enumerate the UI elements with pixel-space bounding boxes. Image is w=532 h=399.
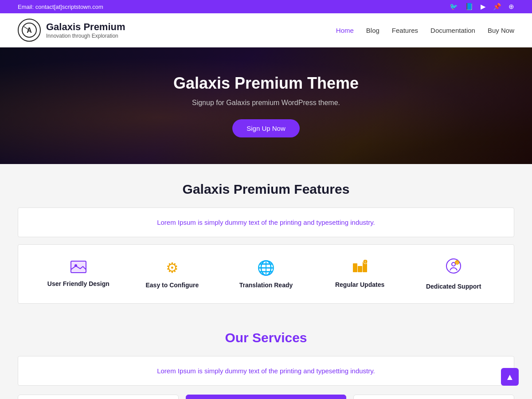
nav-documentation[interactable]: Documentation: [430, 27, 475, 34]
feature-support: ☺ Dedicated Support: [407, 258, 501, 290]
nav-buy-now[interactable]: Buy Now: [488, 27, 514, 34]
service-card-performance: Website Performance Optimization Lorem i…: [18, 395, 179, 399]
feature-translation-label: Translation Ready: [239, 282, 293, 289]
nav-blog[interactable]: Blog: [366, 27, 379, 34]
wordpress-icon[interactable]: ⊕: [509, 3, 514, 11]
svg-text:A: A: [27, 27, 32, 34]
features-description: Lorem Ipsum is simply dummy text of the …: [18, 207, 514, 237]
globe-icon: 🌐: [257, 259, 275, 276]
svg-rect-5: [353, 263, 357, 272]
logo-text: Galaxis Premium Innovation through Explo…: [46, 21, 125, 39]
social-icons: 🐦 📘 ▶ 📌 ⊕: [450, 3, 514, 11]
hero-section: Galaxis Premium Theme Signup for Galaxis…: [0, 47, 532, 164]
pinterest-icon[interactable]: 📌: [493, 3, 501, 11]
youtube-icon[interactable]: ▶: [481, 3, 486, 11]
features-grid: User Friendly Design ⚙ Easy to Configure…: [18, 244, 514, 304]
features-title: Galaxis Premium Features: [18, 182, 514, 197]
signup-button[interactable]: Sign Up Now: [232, 119, 300, 137]
svg-text:!: !: [364, 260, 365, 263]
support-icon: ☺: [446, 258, 462, 278]
hero-subtitle: Signup for Galaxis premium WordPress the…: [192, 99, 340, 107]
scroll-to-top-button[interactable]: ▲: [501, 368, 519, 386]
twitter-icon[interactable]: 🐦: [450, 3, 458, 11]
logo-area: A Galaxis Premium Innovation through Exp…: [18, 19, 125, 42]
logo-icon: A: [18, 19, 41, 42]
gear-icon: ⚙: [166, 259, 179, 276]
facebook-icon[interactable]: 📘: [465, 3, 473, 11]
feature-user-friendly-label: User Friendly Design: [47, 280, 110, 287]
hero-title: Galaxis Premium Theme: [173, 74, 359, 93]
service-card-wordpress: W WordPress Development Phasellus ultric…: [186, 395, 347, 399]
site-header: A Galaxis Premium Innovation through Exp…: [0, 13, 532, 47]
feature-translation: 🌐 Translation Ready: [219, 259, 313, 289]
services-cards: Website Performance Optimization Lorem i…: [18, 395, 514, 399]
main-nav: Home Blog Features Documentation Buy Now: [336, 27, 514, 34]
nav-home[interactable]: Home: [336, 27, 354, 34]
nav-features[interactable]: Features: [392, 27, 418, 34]
feature-support-label: Dedicated Support: [426, 283, 481, 290]
svg-text:☺: ☺: [455, 261, 459, 265]
updates-icon: !: [352, 260, 368, 276]
top-bar-email: Email: contact[at]scriptstown.com: [18, 4, 103, 10]
feature-configure-label: Easy to Configure: [145, 282, 199, 289]
services-description: Lorem Ipsum is simply dummy text of the …: [18, 356, 514, 386]
services-title: Our Services: [18, 330, 514, 345]
service-card-design: Website Design & Development Donec nec j…: [353, 395, 514, 399]
feature-configure: ⚙ Easy to Configure: [125, 259, 219, 289]
svg-point-11: [452, 262, 455, 266]
svg-rect-6: [358, 266, 362, 272]
image-icon: [70, 261, 86, 275]
services-section: Our Services Lorem Ipsum is simply dummy…: [0, 321, 532, 399]
features-section: Galaxis Premium Features Lorem Ipsum is …: [0, 164, 532, 321]
top-bar: Email: contact[at]scriptstown.com 🐦 📘 ▶ …: [0, 0, 532, 13]
feature-updates-label: Regular Updates: [335, 281, 384, 288]
feature-updates: ! Regular Updates: [313, 260, 407, 288]
feature-user-friendly: User Friendly Design: [31, 261, 125, 287]
